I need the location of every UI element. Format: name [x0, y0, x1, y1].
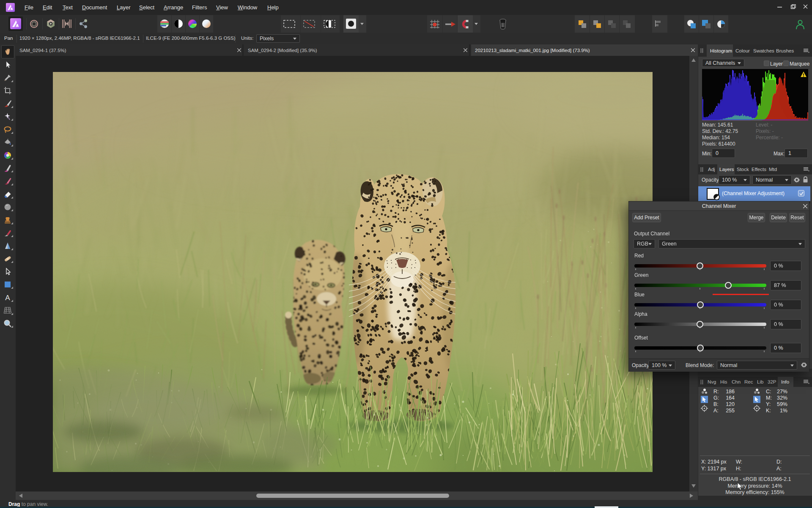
svg-text:A: A	[5, 294, 10, 302]
